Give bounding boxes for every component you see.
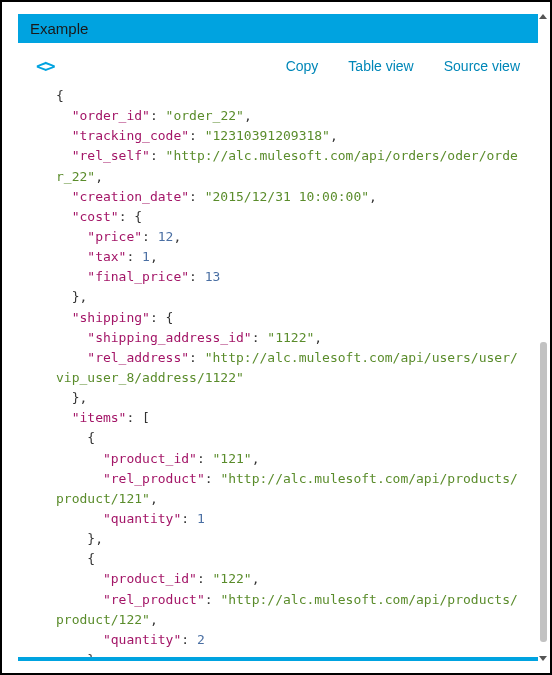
- panel-title: Example: [30, 20, 88, 37]
- scroll-up-icon[interactable]: [539, 14, 547, 19]
- table-view-link[interactable]: Table view: [348, 58, 413, 74]
- scroll-down-icon[interactable]: [539, 656, 547, 661]
- code-icon[interactable]: <>: [36, 55, 54, 76]
- source-view-link[interactable]: Source view: [444, 58, 520, 74]
- code-area[interactable]: { "order_id": "order_22", "tracking_code…: [18, 86, 538, 657]
- copy-link[interactable]: Copy: [286, 58, 319, 74]
- example-panel: Example <> Copy Table view Source view {…: [18, 14, 538, 661]
- scrollbar-thumb[interactable]: [540, 342, 547, 642]
- toolbar: <> Copy Table view Source view: [18, 43, 538, 86]
- json-code: { "order_id": "order_22", "tracking_code…: [56, 86, 524, 657]
- panel-header: Example: [18, 14, 538, 43]
